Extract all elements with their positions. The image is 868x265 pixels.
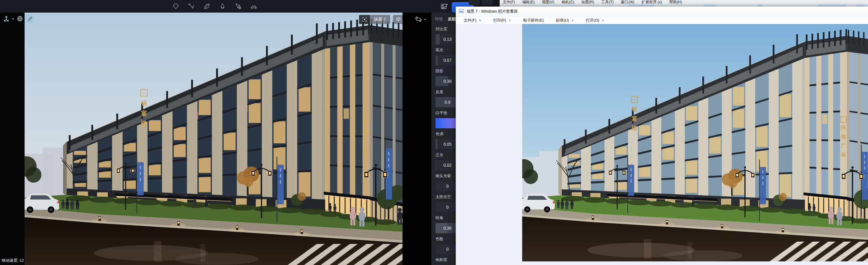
menu-item[interactable]: 编辑(E) (522, 0, 535, 5)
slider-sun-rays: 太阳光芒0 (435, 194, 457, 212)
flame-icon[interactable] (219, 3, 226, 10)
slider-vignette: 暗角0.36 (435, 215, 457, 233)
chevron-down-icon[interactable] (11, 17, 15, 21)
photo: 锦宴楼RUNDE SQUARE润德广场 (522, 24, 868, 261)
slider-value: 0 (435, 181, 457, 191)
slider-track-contrast[interactable]: 0.13 (435, 34, 457, 44)
slider-white-balance: 白平衡 (435, 110, 457, 128)
gem-icon[interactable] (172, 3, 179, 10)
scene-button[interactable]: 场景 7 (359, 15, 390, 24)
slider-track-chromatic-aberration[interactable]: 0 (435, 244, 457, 254)
window-title: 场景 7 - Windows 照片查看器 (467, 9, 518, 14)
svg-text:德: 德 (841, 134, 846, 139)
globe-icon[interactable] (17, 15, 23, 22)
dropdown-caret-icon: ▼ (571, 19, 574, 22)
slider-punch: 反差0.9 (435, 89, 457, 107)
slider-bloom: 泛光0.02 (435, 152, 457, 170)
slider-highlights: 高光0.07 (435, 47, 457, 65)
slider-value: 0 (435, 244, 457, 254)
slider-list: 对比度0.13高光0.07阴影0.38反差0.9白平衡色调0.05泛光0.02镜… (432, 22, 457, 265)
menu-item[interactable]: 窗口(W) (621, 0, 634, 5)
svg-text:楼: 楼 (631, 125, 637, 132)
pv-toolbar-email[interactable]: 电子邮件(E) (523, 18, 544, 23)
svg-text:广: 广 (841, 143, 846, 148)
panel-tabs: 环境 后期 (432, 12, 457, 22)
pv-toolbar-burn[interactable]: 刻录(U)▼ (556, 18, 574, 23)
select-add-icon[interactable] (235, 3, 242, 10)
slider-track-punch[interactable]: 0.9 (435, 97, 457, 107)
slider-label: 对比度 (435, 26, 457, 32)
menu-item[interactable]: 文件(F) (503, 0, 515, 5)
render-viewport[interactable]: 锦宴楼RUNDE SQUARE润德广场 场景 7 显示 (25, 12, 403, 265)
menu-item[interactable]: 工具(T) (601, 0, 614, 5)
orbit-icon (414, 15, 422, 24)
slider-chromatic-aberration: 色散0 (435, 236, 457, 254)
image-sparkle-icon[interactable] (440, 2, 449, 11)
render-app: 移动速度: 12 锦宴楼RUNDE SQUARE润德广场 场景 7 显示 环境 … (0, 0, 456, 265)
svg-text:宴: 宴 (632, 115, 637, 122)
slider-value: 0.07 (435, 55, 457, 65)
eyedropper-button[interactable] (25, 14, 34, 23)
menu-item[interactable]: 视图(V) (542, 0, 555, 5)
pv-toolbar-label: 打印(P) (493, 18, 506, 23)
tab-environment[interactable]: 环境 (435, 16, 443, 22)
render-app-top-bar (0, 0, 456, 12)
slider-label: 白平衡 (435, 110, 457, 116)
slider-track-highlights[interactable]: 0.07 (435, 55, 457, 65)
pv-toolbar-open[interactable]: 打开(O)▼ (586, 18, 604, 23)
slider-track-shadows[interactable]: 0.38 (435, 76, 457, 86)
photo-image: 锦宴楼RUNDE SQUARE润德广场 (522, 24, 868, 261)
menu-item[interactable]: 绘图(R) (582, 0, 594, 5)
slider-label: 饱和度 (435, 257, 457, 263)
pv-toolbar-label: 文件(F) (464, 18, 476, 23)
svg-text:RUNDE SQUARE: RUNDE SQUARE (140, 138, 142, 165)
pv-toolbar-label: 打开(O) (586, 18, 599, 23)
slider-track-lens-flare[interactable]: 0 (435, 181, 457, 191)
post-process-panel: 环境 后期 对比度0.13高光0.07阴影0.38反差0.9白平衡色调0.05泛… (431, 12, 457, 265)
menu-item[interactable]: 扩展程序 (x) (642, 0, 662, 5)
photo-viewer-title-bar[interactable]: 场景 7 - Windows 照片查看器 (456, 7, 868, 16)
pv-toolbar-label: 刻录(U) (556, 18, 569, 23)
terrain-icon[interactable] (250, 3, 257, 10)
move-tool-icon[interactable] (2, 15, 10, 23)
photo-viewer-toolbar: 文件(F)▼打印(P)▼电子邮件(E)刻录(U)▼打开(O)▼ (456, 16, 868, 25)
orbit-toggle[interactable] (414, 15, 428, 24)
slider-shadows: 阴影0.38 (435, 68, 457, 86)
pv-toolbar-print[interactable]: 打印(P)▼ (493, 18, 511, 23)
dropdown-caret-icon: ▼ (602, 19, 604, 22)
tab-post-process[interactable]: 后期 (448, 16, 456, 22)
slider-track-vignette[interactable]: 0.36 (435, 223, 457, 233)
slider-label: 高光 (435, 47, 457, 53)
eyedropper-icon (27, 18, 33, 23)
menu-item[interactable]: 帮助(H) (669, 0, 682, 5)
slider-track-tint[interactable]: 0.05 (435, 139, 457, 149)
slider-label: 暗角 (435, 215, 457, 221)
svg-text:场: 场 (363, 149, 369, 154)
dropdown-caret-icon: ▼ (479, 19, 482, 22)
slider-value: 0.05 (435, 139, 457, 149)
top-bar-button-nub (482, 0, 493, 5)
white-balance-gradient[interactable] (435, 118, 457, 128)
slider-track-sun-rays[interactable]: 0 (435, 202, 457, 212)
pv-toolbar-file[interactable]: 文件(F)▼ (464, 18, 482, 23)
slider-label: 太阳光芒 (435, 194, 457, 200)
slider-value: 0.02 (435, 160, 457, 170)
slider-value: 0.13 (435, 34, 457, 44)
leaf-icon[interactable] (203, 3, 211, 10)
svg-text:广: 广 (363, 139, 369, 145)
photo-viewer-window: 场景 7 - Windows 照片查看器 文件(F)▼打印(P)▼电子邮件(E)… (456, 7, 868, 265)
left-tool-strip: 移动速度: 12 (0, 12, 25, 265)
dropdown-caret-icon: ▼ (509, 19, 511, 22)
svg-text:锦: 锦 (631, 106, 637, 112)
svg-text:宴: 宴 (141, 110, 147, 117)
slider-value: 0.36 (435, 223, 457, 233)
menu-item[interactable]: 相机(C) (561, 0, 574, 5)
svg-text:场: 场 (841, 152, 846, 157)
top-toolbar (172, 3, 257, 10)
display-button[interactable]: 显示 (393, 15, 403, 24)
path-icon[interactable] (188, 3, 195, 10)
pv-toolbar-label: 电子邮件(E) (523, 18, 544, 23)
slider-label: 阴影 (435, 68, 457, 74)
slider-track-bloom[interactable]: 0.02 (435, 160, 457, 170)
svg-text:德: 德 (363, 130, 369, 135)
